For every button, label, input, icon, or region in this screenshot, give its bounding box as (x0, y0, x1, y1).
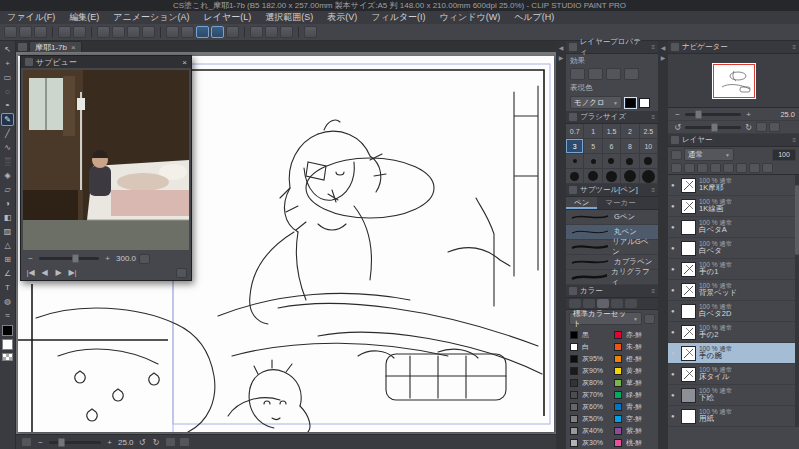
panel-menu-icon[interactable]: ≡ (651, 187, 655, 193)
ruler-tool[interactable]: ∠ (1, 267, 14, 280)
transparent-color-swatch[interactable] (2, 353, 13, 361)
transfer-to-lower-icon[interactable] (697, 163, 708, 173)
collapse-right-icon[interactable]: ▶ (559, 54, 564, 61)
color-swatch[interactable] (570, 439, 578, 447)
tone-effect-icon[interactable] (588, 68, 603, 80)
brush-size-cell[interactable]: 2 (621, 124, 639, 139)
subview-image[interactable] (23, 70, 189, 250)
color-swatch[interactable] (570, 367, 578, 375)
brush-tool[interactable]: ∿ (1, 141, 14, 154)
color-swatch[interactable] (570, 391, 578, 399)
eye-icon[interactable]: ● (671, 203, 678, 209)
redo-icon[interactable] (73, 26, 86, 38)
delete-icon[interactable] (142, 26, 155, 38)
fill-tool[interactable]: ◧ (1, 211, 14, 224)
subview-last-image-button[interactable]: ▶| (67, 267, 78, 278)
brush-size-cell[interactable]: 2.5 (640, 124, 658, 139)
new-file-icon[interactable] (4, 26, 17, 38)
brush-size-cell[interactable] (640, 154, 658, 169)
delete-layer-icon[interactable] (762, 163, 773, 173)
color-swatch[interactable] (570, 427, 578, 435)
mono-white-swatch[interactable] (639, 98, 650, 108)
eye-icon[interactable]: ● (671, 287, 678, 293)
panel-menu-icon[interactable]: ≡ (651, 288, 655, 294)
layer-row[interactable]: ● 100 % 通常白ベタ2D (668, 301, 799, 322)
blend-tool[interactable]: ◑ (1, 197, 14, 210)
brush-size-cell[interactable] (621, 154, 639, 169)
brush-size-cell[interactable] (603, 154, 621, 169)
brush-size-cell[interactable] (566, 169, 584, 184)
flip-horizontal-icon[interactable] (756, 122, 767, 132)
color-mixing-tab-icon[interactable] (611, 299, 623, 308)
color-swatch[interactable] (614, 379, 622, 387)
flip-horizontal-icon[interactable] (165, 437, 176, 447)
cut-icon[interactable] (97, 26, 110, 38)
line-correct-tool[interactable]: ≈ (1, 309, 14, 322)
subview-zoom-knob[interactable] (72, 254, 79, 263)
figure-tool[interactable]: △ (1, 239, 14, 252)
sub-tool-item-g-pen[interactable]: Gペン (566, 210, 658, 225)
menu-file[interactable]: ファイル(F) (0, 11, 62, 24)
subview-auto-eyedropper-icon[interactable] (176, 268, 187, 278)
eye-icon[interactable]: ● (671, 371, 678, 377)
subview-zoom-out-button[interactable]: − (25, 253, 36, 264)
layers-header[interactable]: レイヤー ≡ (668, 134, 799, 147)
subview-fit-icon[interactable] (139, 254, 150, 264)
snap-ruler-icon[interactable] (196, 26, 209, 38)
apply-mask-icon[interactable] (736, 163, 747, 173)
brush-size-cell[interactable]: 0.7 (566, 124, 584, 139)
zoom-out-button[interactable]: − (35, 437, 46, 448)
tab-list-icon[interactable] (18, 43, 27, 51)
color-swatch[interactable] (570, 379, 578, 387)
move-tool[interactable]: + (1, 57, 14, 70)
text-tool[interactable]: T (1, 281, 14, 294)
reset-view-icon[interactable] (179, 437, 190, 447)
lock-layer-icon[interactable] (749, 163, 760, 173)
paste-icon[interactable] (127, 26, 140, 38)
layers-scrollbar-thumb[interactable] (795, 185, 799, 255)
layer-row[interactable]: ● 100 % 通常床タイル (668, 364, 799, 385)
brush-size-cell[interactable] (640, 169, 658, 184)
document-tab[interactable]: 摩耶1-7b × (29, 41, 82, 52)
eyedropper-tool[interactable]: ◓ (1, 99, 14, 112)
layer-property-header[interactable]: レイヤープロパティ ≡ (566, 41, 658, 54)
color-swatch[interactable] (614, 355, 622, 363)
eye-icon[interactable]: ● (671, 224, 678, 230)
brush-size-cell[interactable]: 10 (640, 139, 658, 154)
workspace-settings-icon[interactable] (304, 26, 317, 38)
color-swatch[interactable] (614, 427, 622, 435)
layer-row[interactable]: ● 100 % 通常手の2 (668, 322, 799, 343)
color-circle-tab-icon[interactable] (569, 299, 581, 308)
navigator-rotate-slider[interactable] (685, 126, 741, 129)
blend-mode-select[interactable]: 通常 ▼ (684, 148, 734, 161)
new-layer-folder-icon[interactable] (684, 163, 695, 173)
panel-menu-icon[interactable]: ≡ (651, 44, 655, 50)
tab-pen[interactable]: ペン (566, 197, 597, 209)
panel-menu-icon[interactable]: ≡ (651, 114, 655, 120)
sub-tool-item-calligraphy[interactable]: カリグラフィ (566, 270, 658, 285)
close-tab-icon[interactable]: × (71, 43, 76, 52)
eraser-tool[interactable]: ▱ (1, 183, 14, 196)
rotate-right-button[interactable]: ↻ (151, 437, 162, 448)
brush-size-header[interactable]: ブラシサイズ ≡ (566, 111, 658, 124)
subview-close-icon[interactable]: × (182, 58, 187, 67)
navigator-rotate-right-button[interactable]: ↻ (743, 122, 754, 133)
layer-row[interactable]: ● 100 % 通常1K線画 (668, 196, 799, 217)
collapse-left-icon[interactable]: ◀ (559, 44, 564, 51)
deselect-icon[interactable] (166, 26, 179, 38)
layer-row[interactable]: ● 100 % 通常白ベタ (668, 238, 799, 259)
pen-tool[interactable]: ✎ (1, 113, 14, 126)
color-swatch[interactable] (570, 343, 578, 351)
navigator-rotate-knob[interactable] (711, 123, 718, 132)
zoom-slider[interactable] (49, 441, 101, 444)
color-swatch[interactable] (614, 403, 622, 411)
layer-opacity-field[interactable]: 100 (772, 149, 796, 161)
border-effect-icon[interactable] (570, 68, 585, 80)
airbrush-tool[interactable]: ░ (1, 155, 14, 168)
menu-help[interactable]: ヘルプ(H) (507, 11, 561, 24)
color-swatch[interactable] (570, 331, 578, 339)
operation-tool[interactable]: ↖ (1, 43, 14, 56)
layer-row-selected[interactable]: ● 100 % 通常手の腕 (668, 343, 799, 364)
color-swatch[interactable] (614, 367, 622, 375)
create-mask-icon[interactable] (723, 163, 734, 173)
